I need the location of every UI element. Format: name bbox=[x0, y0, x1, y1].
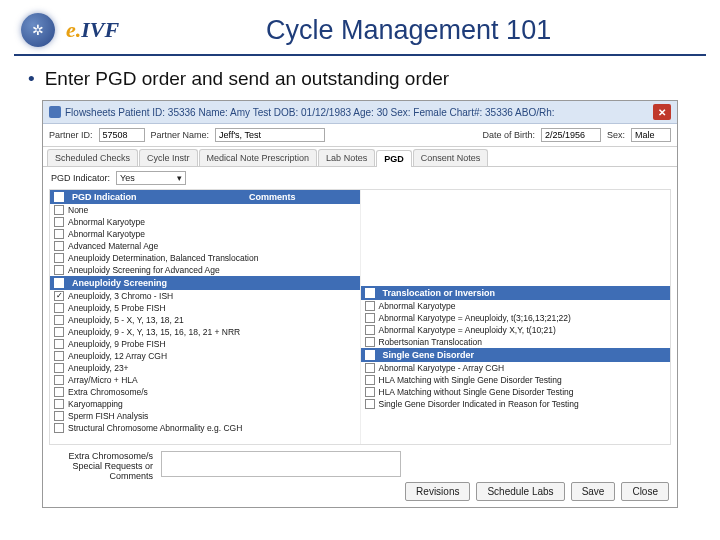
list-item: Aneuploidy, 9 Probe FISH bbox=[50, 338, 360, 350]
item-checkbox[interactable] bbox=[54, 339, 64, 349]
partner-name-field[interactable] bbox=[215, 128, 325, 142]
item-checkbox[interactable] bbox=[54, 253, 64, 263]
list-item: HLA Matching without Single Gene Disorde… bbox=[361, 386, 671, 398]
save-button[interactable]: Save bbox=[571, 482, 616, 501]
item-label: Aneuploidy, 23+ bbox=[68, 363, 129, 373]
list-item: None bbox=[50, 204, 360, 216]
bullet-line: •Enter PGD order and send an outstanding… bbox=[0, 56, 720, 96]
list-item: Single Gene Disorder Indicated in Reason… bbox=[361, 398, 671, 410]
list-item: Aneuploidy, 9 - X, Y, 13, 15, 16, 18, 21… bbox=[50, 326, 360, 338]
pgd-indicator-dropdown[interactable]: Yes ▾ bbox=[116, 171, 186, 185]
group-checkbox[interactable] bbox=[54, 192, 64, 202]
list-item: Structural Chromosome Abnormality e.g. C… bbox=[50, 422, 360, 434]
list-item: Abnormal Karyotype bbox=[361, 300, 671, 312]
group-header: Translocation or Inversion bbox=[361, 286, 671, 300]
group-checkbox[interactable] bbox=[365, 288, 375, 298]
revisions-button[interactable]: Revisions bbox=[405, 482, 470, 501]
item-checkbox[interactable] bbox=[365, 387, 375, 397]
item-checkbox[interactable] bbox=[54, 265, 64, 275]
item-checkbox[interactable] bbox=[365, 301, 375, 311]
item-checkbox[interactable] bbox=[54, 291, 64, 301]
item-label: Aneuploidy, 5 - X, Y, 13, 18, 21 bbox=[68, 315, 184, 325]
item-checkbox[interactable] bbox=[54, 315, 64, 325]
item-label: Abnormal Karyotype bbox=[68, 217, 145, 227]
group-header: Single Gene Disorder bbox=[361, 348, 671, 362]
partner-id-field[interactable] bbox=[99, 128, 145, 142]
item-checkbox[interactable] bbox=[54, 351, 64, 361]
app-window: Flowsheets Patient ID: 35336 Name: Amy T… bbox=[42, 100, 678, 508]
list-item: HLA Matching with Single Gene Disorder T… bbox=[361, 374, 671, 386]
item-checkbox[interactable] bbox=[54, 205, 64, 215]
item-checkbox[interactable] bbox=[365, 313, 375, 323]
close-icon[interactable]: ✕ bbox=[653, 104, 671, 120]
pgd-content: PGD IndicationCommentsNoneAbnormal Karyo… bbox=[49, 189, 671, 445]
item-label: Aneuploidy, 3 Chromo - ISH bbox=[68, 291, 173, 301]
item-label: Aneuploidy, 9 - X, Y, 13, 15, 16, 18, 21… bbox=[68, 327, 240, 337]
item-checkbox[interactable] bbox=[54, 217, 64, 227]
item-checkbox[interactable] bbox=[365, 399, 375, 409]
tab-cycle-instr[interactable]: Cycle Instr bbox=[139, 149, 198, 166]
item-label: None bbox=[68, 205, 88, 215]
extra-chromo-label: Extra Chromosome/s bbox=[53, 451, 153, 461]
pgd-indicator-value: Yes bbox=[120, 173, 135, 183]
item-checkbox[interactable] bbox=[54, 411, 64, 421]
window-icon bbox=[49, 106, 61, 118]
logo: ✲ bbox=[12, 8, 64, 52]
tab-pgd[interactable]: PGD bbox=[376, 150, 412, 167]
item-checkbox[interactable] bbox=[365, 375, 375, 385]
tab-scheduled-checks[interactable]: Scheduled Checks bbox=[47, 149, 138, 166]
extras-textarea[interactable] bbox=[161, 451, 401, 477]
group-header: PGD IndicationComments bbox=[50, 190, 360, 204]
logo-ivf: IVF bbox=[81, 17, 119, 42]
partner-sex-label: Sex: bbox=[607, 130, 625, 140]
item-label: Advanced Maternal Age bbox=[68, 241, 158, 251]
item-label: Single Gene Disorder Indicated in Reason… bbox=[379, 399, 579, 409]
item-checkbox[interactable] bbox=[365, 363, 375, 373]
special-requests-label: Special Requests or Comments bbox=[53, 461, 153, 481]
item-checkbox[interactable] bbox=[54, 241, 64, 251]
item-checkbox[interactable] bbox=[54, 303, 64, 313]
bullet-dot: • bbox=[28, 68, 35, 89]
partner-dob-field[interactable] bbox=[541, 128, 601, 142]
close-button[interactable]: Close bbox=[621, 482, 669, 501]
item-label: HLA Matching with Single Gene Disorder T… bbox=[379, 375, 562, 385]
chevron-down-icon: ▾ bbox=[177, 173, 182, 183]
list-item: Aneuploidy Determination, Balanced Trans… bbox=[50, 252, 360, 264]
item-label: Abnormal Karyotype = Aneuploidy, t(3;16,… bbox=[379, 313, 571, 323]
list-item: Abnormal Karyotype bbox=[50, 216, 360, 228]
atom-icon: ✲ bbox=[21, 13, 55, 47]
item-checkbox[interactable] bbox=[54, 375, 64, 385]
tab-consent-notes[interactable]: Consent Notes bbox=[413, 149, 489, 166]
partner-dob-label: Date of Birth: bbox=[482, 130, 535, 140]
schedule-labs-button[interactable]: Schedule Labs bbox=[476, 482, 564, 501]
item-label: Aneuploidy, 5 Probe FISH bbox=[68, 303, 166, 313]
partner-sex-field[interactable] bbox=[631, 128, 671, 142]
list-item: Sperm FISH Analysis bbox=[50, 410, 360, 422]
tab-medical-note-prescription[interactable]: Medical Note Prescription bbox=[199, 149, 318, 166]
item-checkbox[interactable] bbox=[54, 399, 64, 409]
extras-labels: Extra Chromosome/s Special Requests or C… bbox=[53, 451, 153, 481]
list-item: Robertsonian Translocation bbox=[361, 336, 671, 348]
partner-id-label: Partner ID: bbox=[49, 130, 93, 140]
footer-buttons: Revisions Schedule Labs Save Close bbox=[405, 482, 669, 501]
group-checkbox[interactable] bbox=[54, 278, 64, 288]
tab-lab-notes[interactable]: Lab Notes bbox=[318, 149, 375, 166]
item-checkbox[interactable] bbox=[54, 229, 64, 239]
item-checkbox[interactable] bbox=[54, 387, 64, 397]
item-checkbox[interactable] bbox=[365, 325, 375, 335]
item-label: Extra Chromosome/s bbox=[68, 387, 148, 397]
bullet-text: Enter PGD order and send an outstanding … bbox=[45, 68, 450, 89]
slide-title: Cycle Management 101 bbox=[119, 15, 708, 46]
item-checkbox[interactable] bbox=[54, 363, 64, 373]
item-checkbox[interactable] bbox=[365, 337, 375, 347]
item-checkbox[interactable] bbox=[54, 327, 64, 337]
left-column: PGD IndicationCommentsNoneAbnormal Karyo… bbox=[50, 190, 361, 444]
logo-e: e. bbox=[66, 17, 81, 42]
item-label: Array/Micro + HLA bbox=[68, 375, 138, 385]
titlebar: Flowsheets Patient ID: 35336 Name: Amy T… bbox=[43, 101, 677, 124]
item-checkbox[interactable] bbox=[54, 423, 64, 433]
item-label: Sperm FISH Analysis bbox=[68, 411, 148, 421]
list-item: Aneuploidy, 3 Chromo - ISH bbox=[50, 290, 360, 302]
group-checkbox[interactable] bbox=[365, 350, 375, 360]
partner-bar: Partner ID: Partner Name: Date of Birth:… bbox=[43, 124, 677, 147]
